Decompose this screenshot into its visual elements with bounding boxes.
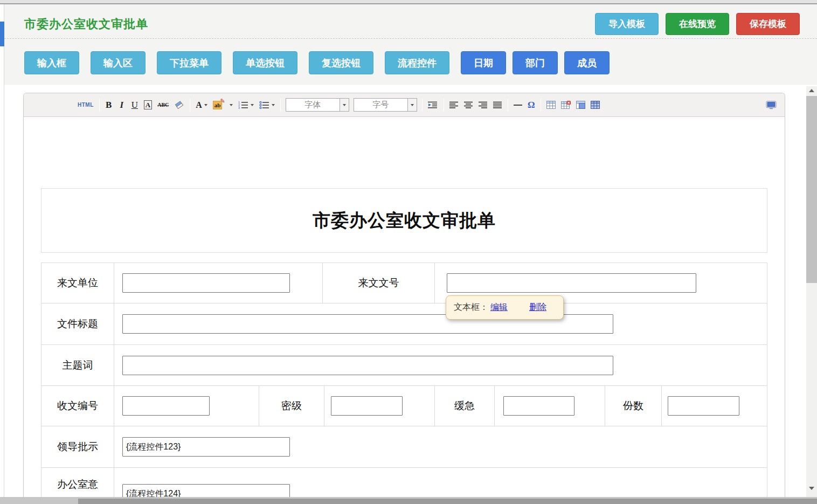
subject-words-input[interactable] bbox=[122, 356, 613, 375]
underline-icon[interactable]: U bbox=[128, 98, 141, 113]
toolbar-separator bbox=[422, 99, 423, 112]
cell-label: 来文文号 bbox=[323, 263, 435, 303]
add-member-button[interactable]: 成员 bbox=[564, 51, 610, 74]
delete-table-icon[interactable] bbox=[558, 98, 573, 113]
cell-label: 主题词 bbox=[41, 345, 114, 385]
table-row: 来文单位 来文文号 bbox=[41, 263, 767, 303]
form-designer-panel: 市委办公室收文审批单 导入模板 在线预览 保存模板 输入框 输入区 下拉菜单 单… bbox=[4, 4, 817, 497]
source-code-icon[interactable]: HTML bbox=[75, 98, 96, 113]
receipt-number-input[interactable] bbox=[122, 396, 210, 416]
cell-label: 来文单位 bbox=[41, 263, 114, 303]
table-row: 主题词 bbox=[41, 345, 767, 386]
bold-icon[interactable]: B bbox=[102, 98, 115, 113]
scroll-up-arrow[interactable] bbox=[806, 86, 817, 95]
cell-field bbox=[114, 263, 323, 303]
font-color-icon[interactable]: A bbox=[193, 98, 210, 113]
table-row: 办公室意 bbox=[41, 468, 767, 497]
horizontal-rule-icon[interactable] bbox=[511, 98, 525, 113]
toolbar-separator bbox=[444, 99, 444, 112]
cell-label: 领导批示 bbox=[41, 426, 114, 467]
leader-comments-input[interactable] bbox=[122, 437, 290, 457]
urgency-input[interactable] bbox=[503, 396, 574, 416]
cell-label: 收文编号 bbox=[41, 386, 114, 426]
editor-canvas[interactable]: 市委办公室收文审批单 来文单位 来文文号 bbox=[24, 117, 785, 497]
chevron-down-icon bbox=[340, 99, 349, 111]
font-size-select[interactable]: 字号 bbox=[354, 98, 417, 112]
format-a-icon[interactable]: A bbox=[141, 98, 155, 113]
strikethrough-icon[interactable]: ABC bbox=[155, 98, 171, 113]
chevron-down-icon bbox=[407, 99, 417, 111]
align-right-icon[interactable] bbox=[476, 98, 490, 113]
delete-field-link[interactable]: 删除 bbox=[529, 302, 546, 313]
document-title-box: 市委办公室收文审批单 bbox=[41, 188, 767, 253]
table-full-icon[interactable] bbox=[588, 98, 603, 113]
cell-label: 缓急 bbox=[435, 386, 495, 426]
screen: 市委办公室收文审批单 导入模板 在线预览 保存模板 输入框 输入区 下拉菜单 单… bbox=[0, 0, 817, 504]
cell-label: 份数 bbox=[605, 386, 662, 426]
copies-input[interactable] bbox=[668, 396, 739, 416]
highlight-color-icon[interactable]: ab✎ bbox=[210, 98, 236, 113]
editor-toolbar: HTML B I U A ABC bbox=[24, 93, 785, 117]
cell-field bbox=[114, 303, 767, 344]
content-area: HTML B I U A ABC bbox=[4, 85, 817, 497]
special-char-icon[interactable]: Ω bbox=[525, 98, 538, 113]
window-bottom-edge bbox=[0, 497, 817, 504]
window-left-edge bbox=[0, 4, 4, 497]
office-opinion-input[interactable] bbox=[122, 484, 290, 497]
table-row: 文件标题 bbox=[41, 303, 767, 345]
cell-field bbox=[114, 426, 767, 467]
align-left-icon[interactable] bbox=[447, 98, 461, 113]
add-dropdown-button[interactable]: 下拉菜单 bbox=[157, 51, 221, 74]
add-flow-control-button[interactable]: 流程控件 bbox=[385, 51, 449, 74]
add-checkbox-button[interactable]: 复选按钮 bbox=[309, 51, 373, 74]
window-top-edge bbox=[0, 0, 817, 4]
toolbar-separator bbox=[508, 99, 508, 112]
svg-text:3: 3 bbox=[238, 106, 240, 109]
insert-table-icon[interactable] bbox=[544, 98, 558, 113]
add-input-button[interactable]: 输入框 bbox=[24, 51, 79, 74]
cell-field bbox=[114, 386, 259, 426]
scrollbar-thumb[interactable] bbox=[806, 96, 817, 283]
align-center-icon[interactable] bbox=[461, 98, 476, 113]
cell-label: 文件标题 bbox=[41, 303, 114, 344]
fullscreen-icon[interactable] bbox=[763, 98, 779, 113]
font-family-select[interactable]: 字体 bbox=[286, 98, 349, 112]
import-template-button[interactable]: 导入模板 bbox=[595, 13, 659, 35]
cell-field bbox=[114, 345, 767, 385]
save-template-button[interactable]: 保存模板 bbox=[736, 13, 800, 35]
unordered-list-icon[interactable] bbox=[257, 98, 278, 113]
cell-label: 办公室意 bbox=[41, 468, 114, 497]
secrecy-level-input[interactable] bbox=[331, 396, 403, 416]
add-department-button[interactable]: 部门 bbox=[513, 51, 558, 74]
toolbar-separator bbox=[280, 99, 281, 112]
cell-field bbox=[495, 386, 605, 426]
cell-label: 密级 bbox=[259, 386, 324, 426]
italic-icon[interactable]: I bbox=[115, 98, 128, 113]
indent-icon[interactable] bbox=[425, 98, 441, 113]
eraser-icon[interactable] bbox=[171, 98, 187, 113]
align-justify-icon[interactable] bbox=[490, 98, 505, 113]
cell-field bbox=[662, 386, 767, 426]
edit-field-link[interactable]: 编辑 bbox=[490, 302, 508, 313]
page-title: 市委办公室收文审批单 bbox=[24, 16, 148, 32]
ordered-list-icon[interactable]: 1 2 3 bbox=[236, 98, 257, 113]
incoming-unit-input[interactable] bbox=[122, 273, 290, 293]
header: 市委办公室收文审批单 导入模板 在线预览 保存模板 bbox=[4, 4, 817, 39]
component-toolbox: 输入框 输入区 下拉菜单 单选按钮 复选按钮 流程控件 日期 部门 成员 bbox=[4, 39, 817, 85]
online-preview-button[interactable]: 在线预览 bbox=[666, 13, 729, 35]
field-edit-tooltip: 文本框： 编辑 删除 bbox=[446, 295, 564, 320]
table-row: 收文编号 密级 缓急 份数 bbox=[41, 386, 767, 426]
toolbar-separator bbox=[541, 99, 541, 112]
bottom-scroll-track bbox=[78, 499, 817, 504]
background-window-fragment bbox=[0, 22, 4, 46]
cell-field bbox=[114, 468, 767, 497]
table-row: 领导批示 bbox=[41, 426, 767, 468]
add-date-button[interactable]: 日期 bbox=[461, 51, 506, 74]
scroll-down-arrow[interactable] bbox=[806, 484, 817, 493]
add-textarea-button[interactable]: 输入区 bbox=[91, 51, 146, 74]
toolbar-separator bbox=[99, 99, 100, 112]
add-radio-button[interactable]: 单选按钮 bbox=[233, 51, 297, 74]
incoming-doc-number-input[interactable] bbox=[447, 273, 696, 293]
vertical-scrollbar[interactable] bbox=[806, 86, 817, 497]
table-cell-props-icon[interactable] bbox=[573, 98, 588, 113]
